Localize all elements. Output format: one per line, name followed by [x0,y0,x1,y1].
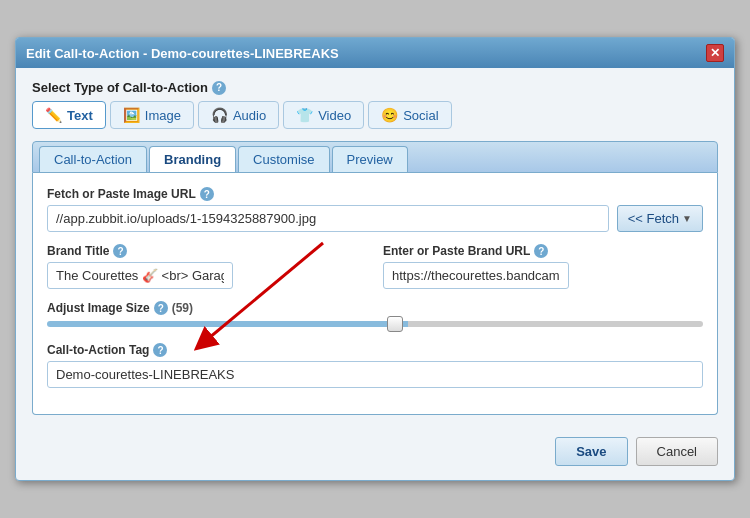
type-selection-label: Select Type of Call-to-Action ? [32,80,718,95]
dialog-title: Edit Call-to-Action - Demo-courettes-LIN… [26,46,339,61]
tab-social[interactable]: 😊 Social [368,101,451,129]
inner-content: Fetch or Paste Image URL ? << Fetch ▼ Br… [32,173,718,415]
brand-title-input[interactable] [47,262,233,289]
social-tab-icon: 😊 [381,107,398,123]
brand-url-label: Enter or Paste Brand URL ? [383,244,703,258]
dialog-titlebar: Edit Call-to-Action - Demo-courettes-LIN… [16,38,734,68]
inner-tab-customise[interactable]: Customise [238,146,329,172]
image-size-help-icon[interactable]: ? [154,301,168,315]
type-help-icon[interactable]: ? [212,81,226,95]
inner-tab-branding[interactable]: Branding [149,146,236,172]
edit-dialog: Edit Call-to-Action - Demo-courettes-LIN… [15,37,735,481]
brand-title-row: Brand Title ? [47,244,367,289]
brand-title-label: Brand Title ? [47,244,367,258]
image-url-row: Fetch or Paste Image URL ? << Fetch ▼ [47,187,703,232]
dialog-footer: Save Cancel [16,427,734,480]
brand-url-help-icon[interactable]: ? [534,244,548,258]
fetch-dropdown-arrow: ▼ [682,213,692,224]
image-tab-icon: 🖼️ [123,107,140,123]
tab-text[interactable]: ✏️ Text [32,101,106,129]
brand-title-help-icon[interactable]: ? [113,244,127,258]
brand-url-input[interactable] [383,262,569,289]
image-url-help-icon[interactable]: ? [200,187,214,201]
tab-video[interactable]: 👕 Video [283,101,364,129]
audio-tab-icon: 🎧 [211,107,228,123]
inner-tab-cta[interactable]: Call-to-Action [39,146,147,172]
image-size-slider-track [47,321,703,327]
inner-tabs-bar: Call-to-Action Branding Customise Previe… [32,141,718,173]
inner-tab-preview[interactable]: Preview [332,146,408,172]
save-button[interactable]: Save [555,437,627,466]
image-size-slider-thumb[interactable] [387,316,403,332]
brand-row: Brand Title ? Enter or Paste Brand URL ? [47,244,703,301]
image-url-input-row: << Fetch ▼ [47,205,703,232]
cta-tag-help-icon[interactable]: ? [153,343,167,357]
image-size-label: Adjust Image Size ? (59) [47,301,703,315]
tab-audio[interactable]: 🎧 Audio [198,101,279,129]
cta-tag-input[interactable] [47,361,703,388]
image-size-value: (59) [172,301,193,315]
image-size-row: Adjust Image Size ? (59) [47,301,703,327]
cancel-button[interactable]: Cancel [636,437,718,466]
image-url-input[interactable] [47,205,609,232]
video-tab-icon: 👕 [296,107,313,123]
image-url-label: Fetch or Paste Image URL ? [47,187,703,201]
cta-tag-label: Call-to-Action Tag ? [47,343,703,357]
tab-image[interactable]: 🖼️ Image [110,101,194,129]
dialog-body: Select Type of Call-to-Action ? ✏️ Text … [16,68,734,427]
brand-url-row: Enter or Paste Brand URL ? [383,244,703,289]
text-tab-icon: ✏️ [45,107,62,123]
type-tabs: ✏️ Text 🖼️ Image 🎧 Audio 👕 Video 😊 Socia… [32,101,718,129]
image-size-slider-container [47,321,703,327]
close-button[interactable]: ✕ [706,44,724,62]
fetch-button[interactable]: << Fetch ▼ [617,205,703,232]
cta-tag-row: Call-to-Action Tag ? [47,343,703,388]
